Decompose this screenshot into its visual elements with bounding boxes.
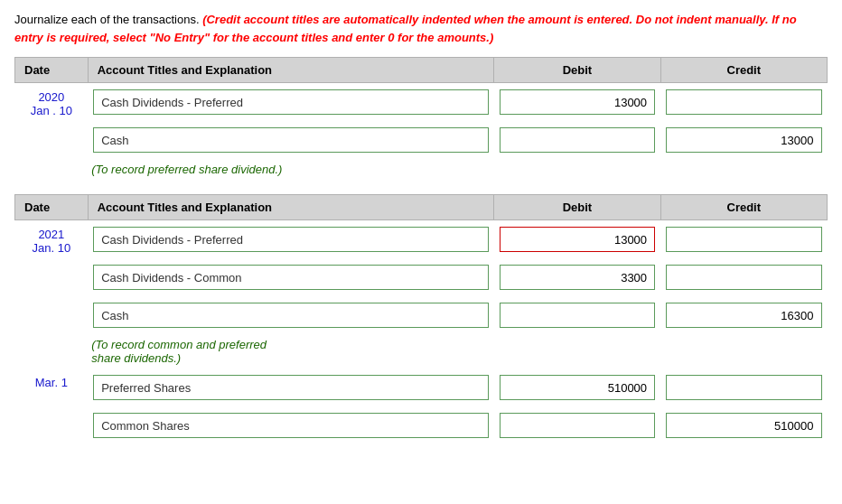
credit-cell-1b: 13000 [660,121,827,159]
account-input-2b[interactable] [93,265,489,290]
header-date-1: Date [15,58,89,83]
header-credit-2: Credit [660,195,827,220]
debit-cell-1b [494,121,660,159]
credit-cell-2a [660,220,827,259]
note-2: (To record common and preferred share di… [88,334,827,369]
account-input-1b[interactable] [93,127,489,153]
date-year-1: 2020 [38,90,64,104]
header-date-2: Date [15,195,89,220]
date-month-2: Jan. 10 [33,241,71,255]
table-row: Mar. 1 510000 [15,369,828,406]
credit-cell-2c: 16300 [660,296,827,334]
account-cell-1b [88,121,494,159]
account-input-1a[interactable] [93,89,489,115]
account-cell-2a [88,220,494,259]
account-cell-1 [88,83,494,122]
account-cell-2e [88,406,494,444]
debit-amount-2a[interactable]: 13000 [500,227,655,252]
credit-amount-2c[interactable]: 16300 [666,303,821,328]
account-input-2a[interactable] [93,227,489,252]
date-mar1: Mar. 1 [35,376,68,389]
table-row: (To record preferred share dividend.) [15,159,828,180]
header-debit-2: Debit [494,195,660,220]
header-credit-1: Credit [660,58,827,83]
debit-cell-2e [494,406,660,444]
table-row: (To record common and preferred share di… [15,334,828,369]
credit-cell-1a [660,83,827,122]
date-year-2: 2021 [38,228,64,241]
account-cell-2d [88,369,494,406]
header-account-2: Account Titles and Explanation [88,195,494,220]
journal-table-1: Date Account Titles and Explanation Debi… [14,57,828,180]
credit-cell-2d [660,369,827,406]
table-row: 510000 [15,406,828,444]
account-input-2c[interactable] [93,303,489,328]
instructions-normal: Journalize each of the transactions. [14,13,200,26]
debit-amount-2d[interactable]: 510000 [500,375,655,400]
table-row: 13000 [15,121,828,159]
date-cell-2d: Mar. 1 [15,369,89,444]
date-cell-2a: 2021 Jan. 10 [15,220,89,369]
debit-cell-2d: 510000 [494,369,660,406]
note-1: (To record preferred share dividend.) [88,159,827,180]
table-row: 16300 [15,296,828,334]
account-input-2d[interactable] [93,375,489,400]
credit-amount-2a[interactable] [666,227,821,252]
header-account-1: Account Titles and Explanation [88,58,494,83]
debit-amount-2b[interactable]: 3300 [500,265,655,290]
debit-cell-2c [494,296,660,334]
header-debit-1: Debit [494,58,660,83]
date-month-1: Jan . 10 [31,104,72,117]
date-cell-1: 2020 Jan . 10 [15,83,89,181]
journal-table-2: Date Account Titles and Explanation Debi… [14,194,828,444]
account-cell-2b [88,258,494,296]
debit-cell-1a: 13000 [494,83,660,122]
table-row: 2021 Jan. 10 13000 [15,220,828,259]
debit-cell-2a: 13000 [494,220,660,259]
account-cell-2c [88,296,494,334]
credit-amount-2d[interactable] [666,375,821,400]
debit-cell-2b: 3300 [494,258,660,296]
table-row: 3300 [15,258,828,296]
credit-amount-1a[interactable] [666,89,821,115]
instructions: Journalize each of the transactions. (Cr… [14,11,828,46]
debit-amount-2c[interactable] [500,303,655,328]
credit-amount-2b[interactable] [666,265,821,290]
debit-amount-1b[interactable] [500,127,655,153]
account-input-2e[interactable] [93,413,489,438]
credit-amount-2e[interactable]: 510000 [666,413,821,438]
credit-amount-1b[interactable]: 13000 [666,127,821,153]
debit-amount-2e[interactable] [500,413,655,438]
table-row: 2020 Jan . 10 13000 [15,83,828,122]
debit-amount-1a[interactable]: 13000 [500,89,655,115]
credit-cell-2b [660,258,827,296]
credit-cell-2e: 510000 [660,406,827,444]
